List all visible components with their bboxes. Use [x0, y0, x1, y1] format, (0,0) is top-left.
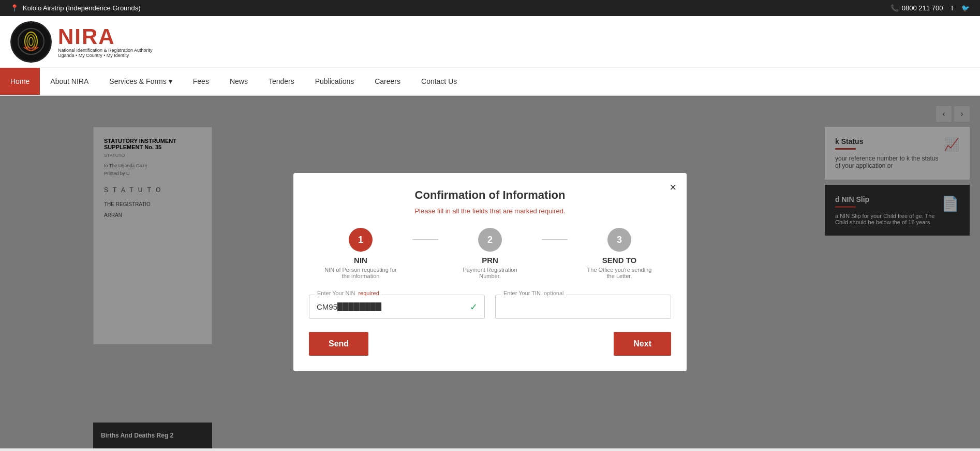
next-button[interactable]: Next — [614, 332, 671, 356]
nin-required-label: required — [358, 290, 379, 296]
step-3-label: SEND TO — [602, 256, 636, 265]
modal-actions: Send Next — [309, 332, 671, 356]
phone-bar: 📞 0800 211 700 — [890, 4, 943, 12]
step-1-circle: 1 — [349, 228, 373, 252]
nin-check-icon: ✓ — [470, 301, 478, 313]
nin-input[interactable] — [309, 295, 485, 319]
send-button[interactable]: Send — [309, 332, 368, 356]
twitter-icon[interactable]: 🐦 — [961, 4, 970, 12]
nin-form-group: Enter Your NIN required ✓ — [309, 295, 485, 319]
nav-news[interactable]: News — [219, 68, 258, 95]
nav-publications[interactable]: Publications — [305, 68, 365, 95]
logo-nira: NIRA — [58, 26, 153, 48]
form-row: Enter Your NIN required ✓ Enter Your TIN… — [309, 295, 671, 319]
logo-circle — [10, 21, 52, 63]
step-3-desc: The Office you're sending the Letter. — [583, 267, 656, 279]
step-2-label: PRN — [482, 256, 498, 265]
tin-input[interactable] — [495, 295, 671, 319]
nav-careers[interactable]: Careers — [364, 68, 411, 95]
step-1: 1 NIN NIN of Person requesting for the i… — [309, 228, 412, 279]
nav-tenders[interactable]: Tenders — [258, 68, 305, 95]
modal-subtitle: Please fill in all the fields that are m… — [309, 207, 671, 215]
step-2-circle: 2 — [478, 228, 502, 252]
modal-title: Confirmation of Information — [309, 188, 671, 202]
footer-section: Mission Vision Values (IAAD) — [0, 448, 980, 451]
step-1-desc: NIN of Person requesting for the informa… — [324, 267, 397, 279]
page-content: STATUTORY INSTRUMENT SUPPLEMENT No. 35 S… — [0, 96, 980, 448]
logo-area: NIRA National Identification & Registrat… — [10, 21, 153, 63]
logo-svg — [17, 27, 46, 56]
step-line-2 — [542, 239, 568, 240]
nav-about[interactable]: About NIRA — [40, 68, 99, 95]
step-1-label: NIN — [354, 256, 367, 265]
step-3-circle: 3 — [607, 228, 631, 252]
nav-fees[interactable]: Fees — [183, 68, 219, 95]
tin-form-group: Enter Your TIN optional — [495, 295, 671, 319]
location-text: Kololo Airstrip (Independence Grounds) — [23, 4, 141, 12]
location-bar: 📍 Kololo Airstrip (Independence Grounds) — [10, 4, 141, 12]
step-2: 2 PRN Payment Registration Number. — [438, 228, 542, 279]
tin-label: Enter Your TIN optional — [501, 290, 566, 296]
location-icon: 📍 — [10, 4, 19, 12]
steps-indicator: 1 NIN NIN of Person requesting for the i… — [309, 228, 671, 279]
nin-label: Enter Your NIN required — [315, 290, 381, 296]
step-3: 3 SEND TO The Office you're sending the … — [568, 228, 671, 279]
modal-close-button[interactable]: × — [670, 181, 676, 194]
logo-subtitle: National Identification & Registration A… — [58, 48, 153, 58]
top-bar: 📍 Kololo Airstrip (Independence Grounds)… — [0, 0, 980, 16]
step-line-1 — [412, 239, 438, 240]
confirmation-modal: × Confirmation of Information Please fil… — [293, 173, 687, 371]
nav-contact[interactable]: Contact Us — [411, 68, 467, 95]
facebook-icon[interactable]: f — [951, 4, 953, 12]
nav-services[interactable]: Services & Forms ▾ — [99, 68, 182, 95]
header: NIRA National Identification & Registrat… — [0, 16, 980, 68]
nav-home[interactable]: Home — [0, 68, 40, 95]
phone-number: 0800 211 700 — [902, 4, 943, 12]
step-2-desc: Payment Registration Number. — [454, 267, 526, 279]
phone-icon: 📞 — [890, 4, 899, 12]
chevron-down-icon: ▾ — [169, 77, 172, 85]
logo-text-area: NIRA National Identification & Registrat… — [58, 26, 153, 58]
navigation: Home About NIRA Services & Forms ▾ Fees … — [0, 68, 980, 96]
tin-optional-label: optional — [544, 290, 564, 296]
modal-overlay: × Confirmation of Information Please fil… — [0, 96, 980, 448]
contact-bar: 📞 0800 211 700 f 🐦 — [890, 4, 970, 12]
